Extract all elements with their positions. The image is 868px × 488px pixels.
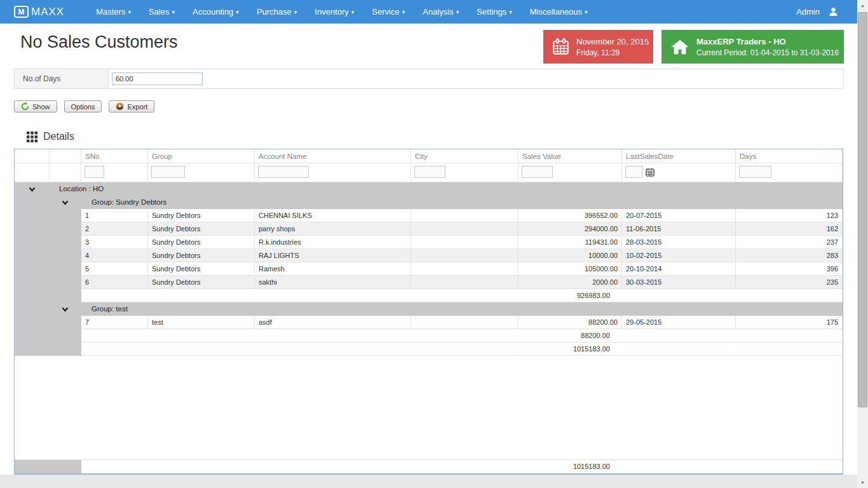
export-icon (116, 102, 124, 111)
table-row-data[interactable]: 4Sundry DebtorsRAJ LIGHTS10000.0010-02-2… (15, 249, 843, 262)
cell-sno: 4 (81, 249, 148, 262)
cell-group: test (148, 316, 255, 329)
cell-sales-value: 10000.00 (519, 249, 622, 262)
export-button[interactable]: Export (109, 100, 154, 112)
brand-m-icon: M (14, 6, 29, 18)
chevron-down-icon (62, 307, 69, 312)
cell-account-name: CHENNAI SILKS (255, 209, 411, 222)
nav-item-service[interactable]: Service▾ (363, 0, 414, 24)
nav-item-miscellaneous[interactable]: Miscellaneous▾ (521, 0, 597, 24)
nav-item-analysis[interactable]: Analysis▾ (414, 0, 468, 24)
chevron-down-icon (62, 200, 69, 205)
table-row-data[interactable]: 2Sundry Debtorsparry shops294000.0011-06… (15, 222, 843, 236)
cell-city (411, 316, 519, 329)
caret-down-icon: ▾ (509, 9, 512, 15)
cell-sno: 3 (81, 236, 148, 249)
table-row-group: Group: test (15, 302, 843, 316)
table-row-data[interactable]: 6Sundry Debtorssakthi2000.0030-03-201523… (15, 276, 843, 289)
brand-logo[interactable]: M MAXX (14, 6, 64, 18)
date-info-box: November 20, 2015 Friday, 11:28 (543, 30, 653, 64)
cell-days: 123 (736, 209, 843, 222)
cell-sno: 1 (81, 209, 148, 222)
table-row-total: 1015183.00 (15, 342, 843, 356)
column-header-sales-value[interactable]: Sales Value (519, 149, 622, 163)
column-header-account-name[interactable]: Account Name (255, 149, 411, 163)
cell-days: 162 (736, 222, 843, 236)
column-header-last-sales-date[interactable]: LastSalesDate (622, 149, 736, 163)
cell-city (411, 249, 519, 262)
details-title: Details (43, 131, 74, 142)
caret-down-icon: ▾ (294, 9, 297, 15)
chevron-down-icon (29, 187, 36, 192)
table-row-data[interactable]: 3Sundry DebtorsR.k.industries119431.0028… (15, 236, 843, 249)
column-header-group[interactable]: Group (148, 149, 255, 163)
options-button[interactable]: Options (64, 100, 102, 112)
caret-down-icon: ▾ (128, 9, 131, 15)
scroll-down-arrow-icon[interactable]: ▼ (857, 477, 868, 488)
location-collapse-toggle[interactable] (15, 182, 50, 196)
app-window: M MAXX Masters▾ Sales▾ Accounting▾ Purch… (0, 0, 857, 475)
table-row-spacer (15, 356, 843, 460)
caret-down-icon: ▾ (236, 9, 239, 15)
days-input[interactable] (112, 72, 203, 85)
last-sales-date-filter-input[interactable] (625, 166, 642, 178)
user-menu-admin[interactable]: Admin (796, 7, 820, 17)
days-label: No.of Days (15, 69, 109, 88)
table-row-data[interactable]: 5Sundry DebtorsRamesh105000.0020-10-2014… (15, 262, 843, 276)
calendar-picker-icon[interactable] (646, 168, 654, 177)
vertical-scrollbar[interactable]: ▲ ▼ (857, 0, 868, 488)
cell-group: Sundry Debtors (148, 249, 255, 262)
group-collapse-toggle[interactable] (50, 196, 81, 209)
cell-group: Sundry Debtors (148, 209, 255, 222)
scroll-up-arrow-icon[interactable]: ▲ (857, 0, 868, 11)
details-panel-header: Details (0, 125, 857, 149)
group-filter-input[interactable] (151, 166, 185, 178)
nav-item-sales[interactable]: Sales▾ (140, 0, 184, 24)
table-row-data[interactable]: 7testasdf88200.0029-05-2015175 (15, 316, 843, 329)
brand-name: MAXX (31, 6, 64, 18)
cell-sno: 7 (81, 316, 148, 329)
caret-down-icon: ▾ (585, 9, 588, 15)
cell-last-sales-date: 28-03-2015 (622, 236, 736, 249)
cell-account-name: sakthi (255, 276, 411, 289)
location-group-label: Location : HO (50, 182, 843, 196)
cell-group: Sundry Debtors (148, 236, 255, 249)
grid-icon (27, 132, 37, 142)
cell-last-sales-date: 20-07-2015 (622, 209, 736, 222)
cell-sales-value: 88200.00 (519, 316, 622, 329)
city-filter-input[interactable] (414, 166, 445, 178)
account-name-filter-input[interactable] (258, 166, 309, 178)
current-day-time: Friday, 11:28 (576, 48, 649, 58)
show-button[interactable]: Show (14, 100, 57, 112)
days-filter-input[interactable] (739, 166, 771, 178)
toolbar: Show Options Export (14, 100, 857, 112)
sno-filter-input[interactable] (85, 166, 104, 178)
cell-city (411, 222, 519, 236)
column-header-sno[interactable]: SNo (81, 149, 148, 163)
nav-item-masters[interactable]: Masters▾ (87, 0, 140, 24)
cell-total-sales-value: 1015183.00 (519, 342, 622, 356)
cell-group: Sundry Debtors (148, 262, 255, 276)
cell-group: Sundry Debtors (148, 276, 255, 289)
current-date: November 20, 2015 (576, 36, 649, 48)
cell-days: 396 (736, 262, 843, 276)
cell-last-sales-date: 10-02-2015 (622, 249, 736, 262)
group-collapse-toggle[interactable] (50, 302, 81, 316)
user-icon[interactable] (829, 7, 838, 17)
nav-item-inventory[interactable]: Inventory▾ (306, 0, 363, 24)
column-header-days[interactable]: Days (736, 149, 843, 163)
nav-item-purchase[interactable]: Purchase▾ (248, 0, 306, 24)
cell-account-name: R.k.industries (255, 236, 411, 249)
column-header-city[interactable]: City (411, 149, 519, 163)
scrollbar-thumb[interactable] (858, 12, 867, 407)
table-row-location: Location : HO (15, 182, 843, 196)
nav-item-accounting[interactable]: Accounting▾ (184, 0, 248, 24)
company-info-box: MaxxERP Traders - HO Current Period: 01-… (661, 30, 844, 64)
sales-value-filter-input[interactable] (522, 166, 553, 178)
table-row-data[interactable]: 1Sundry DebtorsCHENNAI SILKS396552.0020-… (15, 209, 843, 222)
caret-down-icon: ▾ (351, 9, 355, 15)
cell-sno: 6 (81, 276, 148, 289)
cell-group: Sundry Debtors (148, 222, 255, 236)
nav-item-settings[interactable]: Settings▾ (468, 0, 521, 24)
parameter-bar: No.of Days (14, 69, 844, 89)
